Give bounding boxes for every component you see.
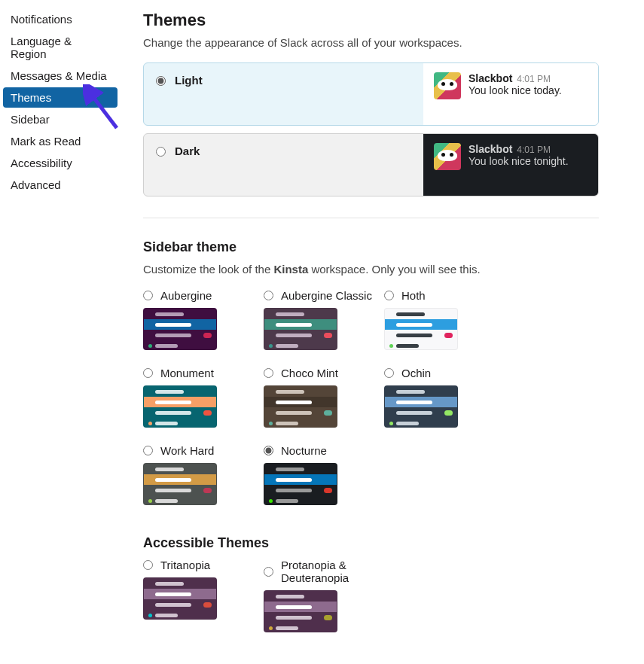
- sidebar-item-language-region[interactable]: Language & Region: [3, 31, 118, 64]
- swatch-tritanopia[interactable]: Tritanopia: [143, 559, 256, 632]
- theme-radio-light[interactable]: [156, 76, 166, 86]
- swatch-work-hard[interactable]: Work Hard: [143, 444, 256, 505]
- sidebar-item-notifications[interactable]: Notifications: [3, 9, 118, 29]
- swatch-label: Ochin: [401, 367, 431, 379]
- swatch-label: Monument: [160, 367, 214, 379]
- swatch-radio[interactable]: [143, 560, 153, 570]
- theme-option-light[interactable]: Light Slackbot 4:01 PM You look nice tod…: [143, 62, 599, 126]
- theme-radio-dark[interactable]: [156, 147, 166, 157]
- preview-bot-name: Slackbot: [469, 72, 512, 84]
- slackbot-avatar-icon: [434, 72, 461, 99]
- sidebar-theme-grid: AubergineAubergine ClassicHothMonumentCh…: [143, 289, 599, 505]
- accessible-themes-grid: TritanopiaProtanopia & Deuteranopia: [143, 559, 599, 632]
- preview-bot-message: You look nice tonight.: [469, 155, 569, 167]
- swatch-preview: [384, 385, 458, 428]
- swatch-label: Work Hard: [160, 444, 214, 457]
- swatch-label: Hoth: [401, 289, 426, 302]
- main-content: Themes Change the appearance of Slack ac…: [121, 0, 644, 655]
- sidebar-item-advanced[interactable]: Advanced: [3, 175, 118, 195]
- swatch-preview: [264, 463, 337, 505]
- swatch-label: Aubergine Classic: [281, 289, 372, 302]
- swatch-preview: [384, 308, 458, 350]
- swatch-radio[interactable]: [264, 567, 273, 577]
- sidebar-item-mark-as-read[interactable]: Mark as Read: [3, 131, 118, 151]
- swatch-preview: [143, 308, 217, 350]
- sidebar-item-messages-media[interactable]: Messages & Media: [3, 65, 118, 86]
- preview-bot-time: 4:01 PM: [517, 145, 551, 155]
- swatch-preview: [264, 385, 337, 428]
- sidebar-item-themes[interactable]: Themes: [3, 87, 118, 108]
- preview-bot-message: You look nice today.: [469, 84, 562, 96]
- swatch-hoth[interactable]: Hoth: [384, 289, 497, 350]
- swatch-preview: [264, 590, 337, 632]
- page-title: Themes: [143, 11, 599, 30]
- sidebar-theme-subtitle: Customize the look of the Kinsta workspa…: [143, 263, 599, 276]
- theme-label-light: Light: [175, 74, 203, 87]
- swatch-monument[interactable]: Monument: [143, 367, 256, 428]
- theme-option-dark[interactable]: Dark Slackbot 4:01 PM You look nice toni…: [143, 133, 599, 196]
- swatch-label: Protanopia & Deuteranopia: [281, 559, 377, 584]
- sidebar-item-accessibility[interactable]: Accessibility: [3, 153, 118, 173]
- theme-preview-light: Slackbot 4:01 PM You look nice today.: [423, 63, 598, 125]
- swatch-preview: [143, 577, 217, 620]
- swatch-radio[interactable]: [143, 291, 153, 300]
- theme-preview-dark: Slackbot 4:01 PM You look nice tonight.: [423, 134, 598, 196]
- swatch-choco-mint[interactable]: Choco Mint: [264, 367, 377, 428]
- page-subtitle: Change the appearance of Slack across al…: [143, 36, 599, 49]
- swatch-aubergine[interactable]: Aubergine: [143, 289, 256, 350]
- theme-label-dark: Dark: [175, 145, 200, 157]
- sidebar-item-sidebar[interactable]: Sidebar: [3, 109, 118, 129]
- swatch-nocturne[interactable]: Nocturne: [264, 444, 377, 505]
- preview-bot-time: 4:01 PM: [517, 74, 551, 84]
- swatch-label: Tritanopia: [160, 559, 210, 571]
- swatch-protanopia-deuteranopia[interactable]: Protanopia & Deuteranopia: [264, 559, 377, 632]
- section-divider: [143, 218, 599, 218]
- swatch-radio[interactable]: [384, 291, 394, 300]
- swatch-radio[interactable]: [384, 368, 394, 378]
- slackbot-avatar-icon: [434, 143, 461, 170]
- swatch-radio[interactable]: [264, 368, 273, 378]
- swatch-aubergine-classic[interactable]: Aubergine Classic: [264, 289, 377, 350]
- swatch-preview: [264, 308, 337, 350]
- swatch-label: Choco Mint: [281, 367, 338, 379]
- swatch-preview: [143, 385, 217, 428]
- swatch-label: Nocturne: [281, 444, 327, 457]
- swatch-radio[interactable]: [143, 446, 153, 455]
- swatch-preview: [143, 463, 217, 505]
- swatch-radio[interactable]: [143, 368, 153, 378]
- accessible-themes-title: Accessible Themes: [143, 535, 599, 551]
- preferences-sidebar: Notifications Language & Region Messages…: [0, 0, 121, 655]
- sidebar-theme-title: Sidebar theme: [143, 239, 599, 255]
- swatch-radio[interactable]: [264, 446, 273, 455]
- swatch-label: Aubergine: [160, 289, 212, 302]
- swatch-ochin[interactable]: Ochin: [384, 367, 497, 428]
- preview-bot-name: Slackbot: [469, 143, 512, 155]
- swatch-radio[interactable]: [264, 291, 273, 300]
